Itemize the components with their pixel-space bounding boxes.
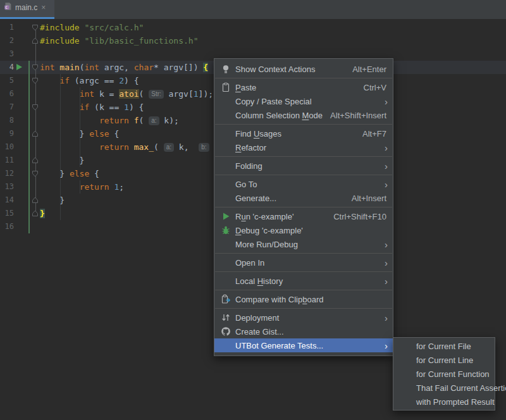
line-number-13: 13	[0, 180, 14, 194]
menu-item-show-context-actions[interactable]: Show Context ActionsAlt+Enter	[214, 62, 393, 76]
svg-text:C: C	[6, 5, 8, 9]
code-text: return f( a: k);	[40, 114, 179, 127]
submenu-item-with-prompted-result[interactable]: with Prompted Result	[393, 395, 495, 409]
menu-item-debug-c-example[interactable]: Debug 'c-example'	[214, 223, 393, 237]
menu-item-label: Debug 'c-example'	[235, 226, 303, 235]
menu-separator	[215, 308, 392, 309]
fold-marker-start[interactable]	[32, 21, 40, 34]
menu-item-label: UTBot Generate Tests...	[235, 341, 323, 350]
menu-item-go-to[interactable]: Go To›	[214, 177, 393, 191]
menu-item-create-gist[interactable]: Create Gist...	[214, 324, 393, 338]
line-number-4: 4	[0, 61, 14, 74]
submenu-item-for-current-file[interactable]: for Current File	[393, 339, 495, 353]
line-number-7: 7	[0, 101, 14, 114]
menu-item-label: Column Selection Mode	[235, 111, 323, 120]
menu-item-refactor[interactable]: Refactor›	[214, 140, 393, 154]
menu-item-label: Find Usages	[235, 129, 281, 139]
fold-marker-start[interactable]	[32, 167, 40, 180]
menu-item-icon-empty	[221, 179, 231, 189]
menu-item-open-in[interactable]: Open In›	[214, 256, 393, 269]
fold-gutter-slot	[32, 47, 40, 61]
menu-item-label: Folding	[235, 161, 262, 171]
gutter-annotation-slot	[14, 101, 32, 114]
menu-separator	[215, 175, 392, 175]
code-text: if (argc == 2) {	[40, 74, 139, 87]
fold-marker-end[interactable]	[32, 194, 40, 207]
inlay-hint: a:	[164, 143, 174, 152]
gutter-annotation-slot	[14, 180, 32, 194]
menu-item-compare-with-clipboard[interactable]: Compare with Clipboard	[214, 292, 393, 306]
menu-item-label: Create Gist...	[235, 327, 284, 337]
menu-item-shortcut: Alt+F7	[362, 129, 386, 139]
menu-item-label: Paste	[235, 83, 256, 92]
compare-clipboard-icon	[221, 294, 231, 304]
menu-item-deployment[interactable]: Deployment›	[214, 311, 393, 324]
fold-marker-start[interactable]	[32, 74, 40, 87]
editor-context-menu: Show Context ActionsAlt+EnterPasteCtrl+V…	[214, 58, 393, 356]
submenu-item-that-fail-current-assertion[interactable]: That Fail Current Assertion	[393, 381, 495, 395]
menu-item-icon-empty	[221, 276, 231, 286]
fold-marker-end[interactable]	[32, 207, 40, 220]
menu-item-label: Run 'c-example'	[235, 212, 293, 221]
code-text: #include "src/calc.h"	[40, 21, 144, 34]
gutter-annotation-slot	[14, 167, 32, 180]
code-text: }	[40, 194, 65, 207]
menu-item-column-selection-mode[interactable]: Column Selection ModeAlt+Shift+Insert	[214, 108, 393, 122]
menu-item-label: Copy / Paste Special	[235, 97, 312, 106]
line-number-15: 15	[0, 207, 14, 220]
menu-item-label: More Run/Debug	[235, 240, 298, 249]
gutter-annotation-slot	[14, 87, 32, 101]
menu-item-icon-empty	[402, 397, 412, 407]
gutter-annotation-slot	[14, 207, 32, 220]
submenu-chevron-icon: ›	[385, 258, 388, 268]
code-text: }	[40, 154, 84, 167]
menu-item-icon-empty	[402, 341, 412, 351]
ide-window: C main.c × 1#include "src/calc.h"2#inclu…	[0, 0, 506, 420]
menu-item-paste[interactable]: PasteCtrl+V	[214, 80, 393, 94]
editor-tab-bar: C main.c ×	[0, 0, 506, 19]
menu-item-label: Compare with Clipboard	[235, 295, 323, 304]
code-line-2[interactable]: 2#include "lib/basic_functions.h"	[0, 34, 506, 47]
run-line-marker-icon[interactable]	[16, 64, 22, 70]
menu-item-generate[interactable]: Generate...Alt+Insert	[214, 191, 393, 205]
code-text: } else {	[40, 127, 119, 140]
menu-item-utbot-generate-tests[interactable]: UTBot Generate Tests...›	[214, 338, 393, 352]
menu-item-shortcut: Ctrl+V	[364, 83, 386, 92]
menu-item-icon-empty	[221, 340, 231, 350]
menu-item-folding[interactable]: Folding›	[214, 159, 393, 173]
gutter-annotation-slot	[14, 127, 32, 140]
code-line-1[interactable]: 1#include "src/calc.h"	[0, 21, 506, 34]
line-number-9: 9	[0, 127, 14, 140]
menu-item-shortcut: Alt+Enter	[352, 65, 386, 74]
menu-item-local-history[interactable]: Local History›	[214, 274, 393, 288]
line-number-1: 1	[0, 21, 14, 34]
menu-item-label: Refactor	[235, 143, 266, 152]
tab-close-icon[interactable]: ×	[41, 4, 46, 11]
line-number-6: 6	[0, 87, 14, 101]
submenu-item-for-current-function[interactable]: for Current Function	[393, 367, 495, 381]
menu-item-more-run-debug[interactable]: More Run/Debug›	[214, 237, 393, 251]
menu-separator	[215, 271, 392, 272]
code-text: }	[40, 207, 45, 220]
menu-item-label: Go To	[235, 180, 257, 189]
gutter-annotation-slot	[14, 61, 32, 74]
menu-item-run-c-example[interactable]: Run 'c-example'Ctrl+Shift+F10	[214, 209, 393, 223]
menu-item-icon-empty	[221, 161, 231, 171]
fold-marker-end[interactable]	[32, 127, 40, 140]
fold-marker-end[interactable]	[32, 154, 40, 167]
menu-separator	[215, 207, 392, 207]
tab-title: main.c	[15, 3, 37, 12]
submenu-chevron-icon: ›	[385, 313, 388, 323]
menu-item-label: for Current Function	[416, 369, 490, 379]
tab-main-c[interactable]: C main.c ×	[0, 0, 54, 19]
fold-marker-start[interactable]	[32, 61, 40, 74]
fold-marker-start[interactable]	[32, 101, 40, 114]
menu-item-icon-empty	[221, 193, 231, 203]
menu-item-shortcut: Alt+Insert	[352, 194, 386, 203]
code-text: int k = atoi( Str: argv[1]);	[40, 87, 213, 101]
menu-separator	[215, 78, 392, 78]
menu-item-copy-paste-special[interactable]: Copy / Paste Special›	[214, 94, 393, 108]
fold-marker-end[interactable]	[32, 34, 40, 47]
menu-item-find-usages[interactable]: Find UsagesAlt+F7	[214, 127, 393, 140]
submenu-item-for-current-line[interactable]: for Current Line	[393, 353, 495, 367]
